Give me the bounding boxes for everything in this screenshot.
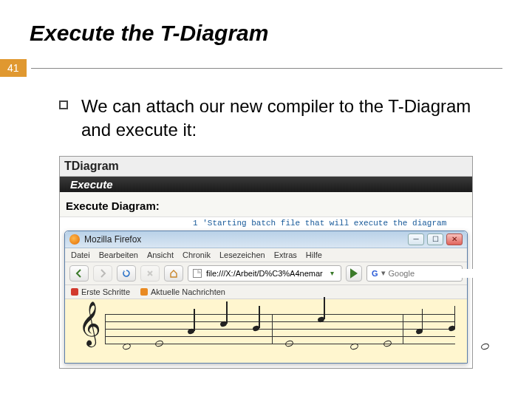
rss-icon (140, 288, 148, 296)
close-button[interactable]: ✕ (446, 233, 463, 245)
bookmark-aktuelle-nachrichten[interactable]: Aktuelle Nachrichten (140, 287, 225, 296)
firefox-menubar: Datei Bearbeiten Ansicht Chronik Lesezei… (65, 248, 467, 262)
quarter-note (416, 329, 423, 334)
treble-clef-icon: 𝄞 (78, 304, 101, 342)
home-button[interactable] (164, 265, 183, 282)
address-dropdown-icon[interactable]: ▾ (327, 269, 336, 278)
menu-bearbeiten[interactable]: Bearbeiten (99, 250, 138, 259)
back-button[interactable] (69, 265, 89, 282)
whole-note (123, 344, 131, 349)
bookmark-erste-schritte[interactable]: Erste Schritte (71, 287, 130, 296)
tdiagram-brand: TDiagram (64, 160, 468, 173)
quarter-note (318, 317, 324, 322)
bullet-marker-icon (59, 100, 68, 109)
reload-button[interactable] (117, 265, 136, 282)
quarter-note (220, 321, 227, 327)
barline (403, 314, 403, 344)
tdiagram-subheading: Execute Diagram: (60, 192, 472, 217)
firefox-titlebar: Mozilla Firefox ─ ☐ ✕ (65, 231, 467, 248)
divider (31, 68, 502, 69)
menu-chronik[interactable]: Chronik (183, 250, 211, 259)
search-input[interactable] (389, 269, 491, 278)
menu-lesezeichen[interactable]: Lesezeichen (219, 250, 265, 259)
bookmark-label: Aktuelle Nachrichten (151, 287, 225, 296)
quarter-note (449, 326, 455, 331)
bullet-text: We can attach our new compiler to the T-… (81, 95, 502, 143)
whole-note (155, 341, 163, 347)
firefox-bookmarks-bar: Erste Schritte Aktuelle Nachrichten (65, 285, 467, 299)
menu-datei[interactable]: Datei (71, 250, 90, 259)
whole-note (285, 341, 293, 347)
music-staff: 𝄞 (71, 307, 460, 351)
notes-container (123, 307, 452, 351)
menu-hilfe[interactable]: Hilfe (306, 250, 322, 259)
svg-content-area: 𝄞 (65, 299, 467, 363)
go-button[interactable] (346, 265, 362, 282)
stop-button[interactable] (140, 265, 160, 282)
address-bar[interactable]: ▾ (188, 265, 341, 282)
search-box[interactable]: G▾ (366, 265, 463, 282)
slide-title: Execute the T-Diagram (30, 21, 502, 46)
quarter-note (188, 329, 194, 334)
maximize-button[interactable]: ☐ (427, 233, 443, 245)
tdiagram-code-line: 1 'Starting batch file that will execute… (60, 217, 472, 231)
quarter-note (253, 326, 259, 331)
firefox-window: Mozilla Firefox ─ ☐ ✕ Datei Bearbeiten A… (64, 231, 468, 364)
firefox-toolbar: ▾ G▾ (65, 262, 467, 285)
firefox-title: Mozilla Firefox (84, 234, 405, 245)
slide-number-row: 41 (0, 59, 502, 77)
whole-note (383, 341, 392, 347)
firefox-logo-icon (69, 234, 80, 245)
whole-note (481, 344, 489, 349)
barline (272, 314, 273, 344)
forward-button[interactable] (93, 265, 112, 282)
minimize-button[interactable]: ─ (408, 233, 424, 245)
tdiagram-header: TDiagram (60, 157, 472, 177)
tdiagram-execute-bar: Execute (60, 177, 472, 192)
menu-ansicht[interactable]: Ansicht (147, 250, 174, 259)
whole-note (350, 344, 358, 349)
google-icon: G (372, 269, 378, 278)
slide-number-badge: 41 (0, 59, 27, 77)
page-icon (193, 269, 202, 278)
bookmark-label: Erste Schritte (81, 287, 130, 296)
bullet-item: We can attach our new compiler to the T-… (59, 95, 502, 143)
bookmark-icon (71, 288, 78, 296)
url-input[interactable] (206, 269, 323, 278)
menu-extras[interactable]: Extras (274, 250, 297, 259)
screenshot-panel: TDiagram Execute Execute Diagram: 1 'Sta… (59, 156, 473, 369)
